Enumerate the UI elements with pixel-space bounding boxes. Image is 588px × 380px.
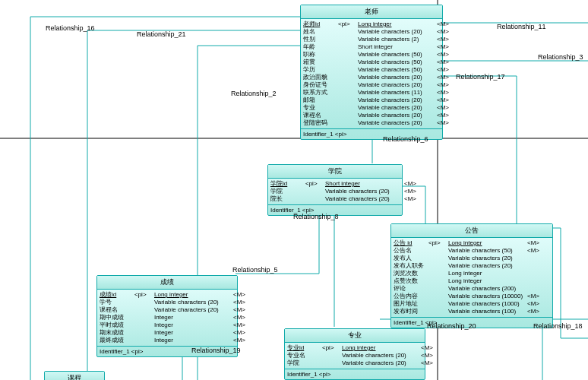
entity-major-attrs: 专业id<pi>Long integer<M>专业名Variable chara… — [285, 343, 425, 369]
attr-row: 学历Variable characters (50)<M> — [303, 66, 440, 74]
attr-row: 学院Variable characters (20)<M> — [270, 188, 400, 195]
rel-18: Relationship_18 — [533, 322, 583, 330]
attr-row: 老师id<pi>Long integer<M> — [303, 21, 440, 28]
attr-row: 联系方式Variable characters (11)<M> — [303, 89, 440, 97]
attr-row: 籍贯Variable characters (50)<M> — [303, 59, 440, 66]
attr-row: 发布时间Variable characters (100)<M> — [394, 308, 550, 315]
entity-notice-attrs: 公告 id<pi>Long integer<M>公告名Variable char… — [391, 238, 552, 317]
entity-teacher-title: 老师 — [301, 5, 442, 19]
attr-row: 发布人Variable characters (20) — [394, 255, 550, 262]
entity-college-title: 学院 — [268, 165, 402, 179]
entity-teacher-attrs: 老师id<pi>Long integer<M>姓名Variable charac… — [301, 19, 442, 128]
entity-teacher[interactable]: 老师 老师id<pi>Long integer<M>姓名Variable cha… — [300, 5, 443, 140]
attr-row: 邮箱Variable characters (20)<M> — [303, 97, 440, 104]
attr-row: 评论Variable characters (200) — [394, 285, 550, 293]
entity-notice-title: 公告 — [391, 224, 552, 238]
attr-row: 图片地址Variable characters (1000)<M> — [394, 300, 550, 308]
attr-row: 浏览次数Long integer — [394, 270, 550, 277]
attr-row: 专业Variable characters (20)<M> — [303, 104, 440, 112]
attr-row: 公告名Variable characters (50)<M> — [394, 247, 550, 255]
attr-row: 最终成绩Integer<M> — [100, 337, 235, 344]
rel-3: Relationship_3 — [538, 53, 583, 61]
rel-11: Relationship_11 — [497, 23, 546, 30]
rel-20: Relationship_20 — [427, 322, 476, 330]
attr-row: 期末成绩Integer<M> — [100, 329, 235, 337]
attr-row: 登陆密码Variable characters (20)<M> — [303, 119, 440, 127]
entity-major-footer: Identifier_1 <pi> — [285, 369, 425, 379]
attr-row: 成绩id<pi>Long integer<M> — [100, 291, 235, 299]
entity-grade-attrs: 成绩id<pi>Long integer<M>学号Variable charac… — [97, 290, 237, 346]
entity-major-title: 专业 — [285, 329, 425, 343]
attr-row: 院长Variable characters (20)<M> — [270, 195, 400, 203]
entity-course[interactable]: 课程 — [44, 371, 105, 380]
entity-college[interactable]: 学院 学院id<pi>Short integer<M>学院Variable ch… — [267, 164, 403, 216]
attr-row: 公告内容Variable characters (10000)<M> — [394, 293, 550, 300]
entity-grade-title: 成绩 — [97, 276, 237, 290]
attr-row: 姓名Variable characters (20)<M> — [303, 28, 440, 36]
rel-16: Relationship_16 — [46, 24, 95, 32]
rel-8: Relationship_8 — [293, 213, 339, 220]
entity-grade[interactable]: 成绩 成绩id<pi>Long integer<M>学号Variable cha… — [96, 275, 238, 357]
attr-row: 学号Variable characters (20)<M> — [100, 299, 235, 306]
attr-row: 政治面貌Variable characters (20)<M> — [303, 74, 440, 81]
entity-course-title: 课程 — [45, 372, 104, 380]
attr-row: 性别Variable characters (2)<M> — [303, 36, 440, 43]
attr-row: 课程名Variable characters (20)<M> — [100, 306, 235, 314]
attr-row: 期中成绩Integer<M> — [100, 314, 235, 321]
attr-row: 专业名Variable characters (20)<M> — [287, 352, 422, 359]
attr-row: 年龄Short integer<M> — [303, 43, 440, 51]
entity-college-attrs: 学院id<pi>Short integer<M>学院Variable chara… — [268, 179, 402, 204]
attr-row: 点赞次数Long integer — [394, 277, 550, 285]
rel-5: Relationship_5 — [232, 266, 278, 274]
attr-row: 专业id<pi>Long integer<M> — [287, 344, 422, 352]
attr-row: 平时成绩Integer<M> — [100, 321, 235, 329]
attr-row: 公告 id<pi>Long integer<M> — [394, 239, 550, 247]
entity-major[interactable]: 专业 专业id<pi>Long integer<M>专业名Variable ch… — [284, 328, 425, 380]
attr-row: 职称Variable characters (50)<M> — [303, 51, 440, 59]
attr-row: 发布人职务Variable characters (20) — [394, 262, 550, 270]
attr-row: 学院id<pi>Short integer<M> — [270, 180, 400, 188]
entity-notice[interactable]: 公告 公告 id<pi>Long integer<M>公告名Variable c… — [390, 223, 553, 328]
rel-2: Relationship_2 — [231, 90, 277, 97]
rel-6: Relationship_6 — [383, 135, 428, 143]
rel-17: Relationship_17 — [456, 73, 505, 81]
attr-row: 身份证号Variable characters (20)<M> — [303, 81, 440, 89]
attr-row: 学院Variable characters (20)<M> — [287, 359, 422, 367]
attr-row: 课程名Variable characters (20)<M> — [303, 112, 440, 119]
rel-19: Relationship_19 — [191, 347, 241, 354]
rel-21: Relationship_21 — [137, 30, 186, 38]
